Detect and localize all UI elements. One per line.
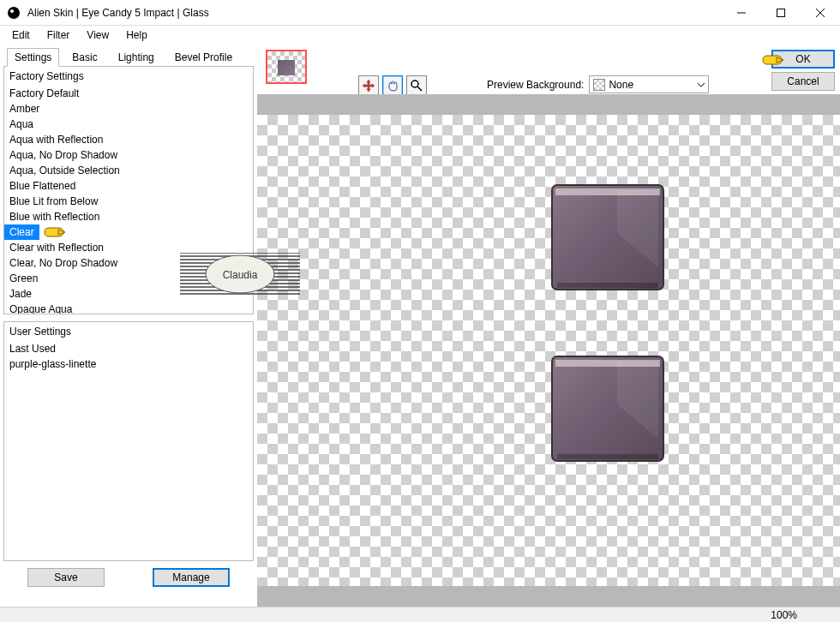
list-item[interactable]: Jade	[4, 286, 37, 302]
window-title: Alien Skin | Eye Candy 5 Impact | Glass	[27, 7, 722, 19]
preview-bottom-border	[257, 586, 840, 607]
maximize-button[interactable]	[761, 0, 801, 25]
svg-point-1	[10, 9, 14, 13]
tab-basic[interactable]: Basic	[64, 48, 105, 67]
menu-edit[interactable]: Edit	[5, 27, 37, 43]
list-item[interactable]: Amber	[4, 101, 45, 117]
list-item[interactable]: Clear	[4, 224, 39, 240]
zoom-level: 100%	[771, 609, 797, 621]
preview-background-value: None	[609, 79, 633, 91]
magnifier-icon	[410, 79, 423, 93]
preview-top-border	[257, 94, 840, 115]
preview-area	[257, 94, 840, 607]
pointing-hand-icon	[761, 52, 785, 68]
list-item[interactable]: Clear, No Drop Shadow	[4, 255, 123, 271]
tab-bevel-profile[interactable]: Bevel Profile	[167, 48, 240, 67]
svg-point-6	[411, 81, 418, 87]
save-button[interactable]: Save	[27, 568, 105, 587]
list-item[interactable]: Factory Default	[4, 86, 84, 101]
pan-tool[interactable]	[382, 75, 403, 96]
list-item[interactable]: Aqua, No Drop Shadow	[4, 147, 123, 163]
factory-settings-list[interactable]: Factory Settings Factory DefaultAmberAqu…	[3, 66, 254, 314]
menu-filter[interactable]: Filter	[40, 27, 77, 43]
preview-canvas[interactable]	[257, 115, 840, 586]
move-preview-tool[interactable]	[358, 75, 379, 96]
svg-rect-3	[777, 9, 785, 16]
menu-help[interactable]: Help	[119, 27, 154, 43]
settings-tabs: Settings Basic Lighting Bevel Profile	[3, 48, 254, 67]
close-button[interactable]	[801, 0, 840, 25]
pointing-hand-icon	[43, 224, 67, 240]
factory-settings-header: Factory Settings	[4, 67, 253, 86]
list-item[interactable]: Last Used	[4, 341, 253, 356]
list-item[interactable]: Clear with Reflection	[4, 240, 109, 255]
list-item[interactable]: Blue Lit from Below	[4, 194, 103, 209]
svg-point-0	[8, 7, 20, 19]
tab-lighting[interactable]: Lighting	[111, 48, 162, 67]
ok-button-label: OK	[795, 53, 810, 65]
preview-object-1	[549, 182, 667, 293]
list-item[interactable]: Aqua, Outside Selection	[4, 163, 125, 178]
hand-icon	[386, 79, 399, 93]
chevron-down-icon	[698, 81, 705, 88]
preview-object-2	[549, 353, 667, 464]
tab-settings[interactable]: Settings	[7, 48, 59, 67]
move-arrows-icon	[362, 79, 375, 93]
ok-button[interactable]: OK	[771, 50, 835, 69]
preview-background-select[interactable]: None	[589, 75, 709, 93]
list-item[interactable]: purple-glass-linette	[4, 356, 253, 372]
menubar: Edit Filter View Help	[0, 26, 840, 45]
menu-view[interactable]: View	[80, 27, 116, 43]
list-item[interactable]: Blue Flattened	[4, 178, 81, 194]
status-bar: 100%	[0, 607, 840, 622]
manage-button[interactable]: Manage	[153, 568, 230, 587]
transparency-swatch-icon	[593, 79, 605, 91]
titlebar: Alien Skin | Eye Candy 5 Impact | Glass	[0, 0, 840, 26]
list-item[interactable]: Aqua with Reflection	[4, 132, 108, 147]
list-item[interactable]: Green	[4, 271, 43, 286]
list-item[interactable]: Opaque Aqua	[4, 302, 77, 314]
app-icon	[7, 6, 21, 20]
svg-line-7	[417, 87, 422, 91]
minimize-button[interactable]	[722, 0, 761, 25]
list-item[interactable]: Blue with Reflection	[4, 209, 105, 224]
zoom-tool[interactable]	[406, 75, 427, 96]
navigator-thumbnail[interactable]	[266, 50, 307, 84]
preview-background-label: Preview Background:	[487, 79, 584, 91]
user-settings-list[interactable]: User Settings Last Usedpurple-glass-line…	[3, 321, 254, 561]
user-settings-header: User Settings	[4, 322, 253, 341]
cancel-button[interactable]: Cancel	[771, 72, 835, 91]
list-item[interactable]: Aqua	[4, 117, 39, 132]
